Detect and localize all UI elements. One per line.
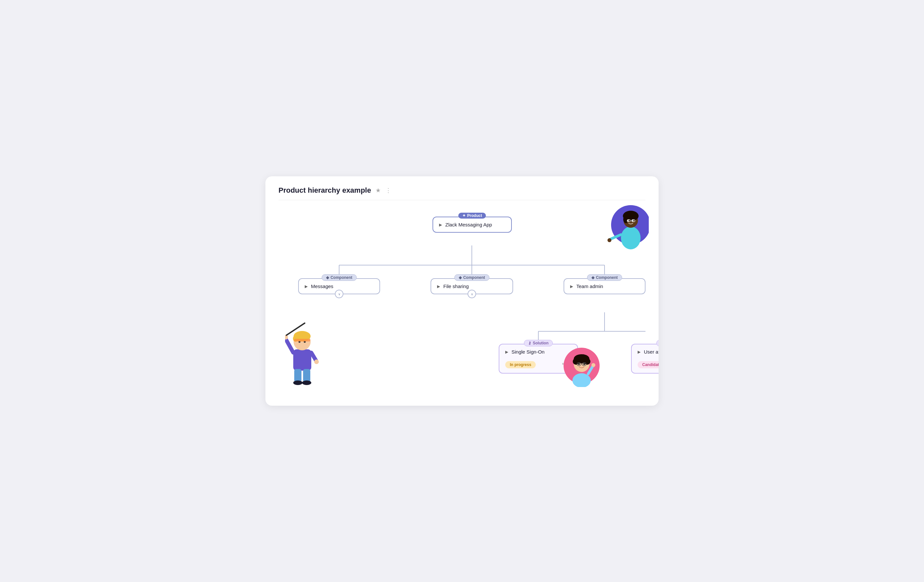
node-component-teamadmin[interactable]: ◆ Component ▶ Team admin: [564, 278, 645, 294]
svg-point-17: [633, 220, 634, 221]
svg-point-16: [629, 220, 629, 221]
sso-label: Single Sign-On: [512, 349, 544, 354]
product-badge: ✦ Product: [459, 213, 486, 219]
svg-rect-25: [303, 369, 310, 382]
svg-point-10: [621, 226, 640, 249]
product-label: Zlack Messaging App: [445, 222, 492, 228]
product-content: ▶ Zlack Messaging App: [433, 217, 511, 232]
avatar-footer: Candidate: [632, 359, 658, 373]
node-component-messages[interactable]: ◆ Component ▶ Messages ∨: [298, 278, 380, 294]
svg-point-22: [607, 238, 611, 242]
teamadmin-arrow: ▶: [570, 284, 573, 289]
svg-point-46: [583, 363, 585, 365]
sso-badge-label: Solution: [533, 341, 548, 345]
teamadmin-label: Team admin: [576, 284, 603, 289]
node-product[interactable]: ✦ Product ▶ Zlack Messaging App: [432, 217, 512, 232]
page-title: Product hierarchy example: [279, 186, 371, 195]
filesharing-badge-label: Component: [463, 275, 485, 280]
svg-point-27: [302, 381, 311, 385]
svg-rect-23: [293, 350, 311, 371]
messages-badge: ◆ Component: [322, 274, 357, 281]
messages-badge-label: Component: [331, 275, 353, 280]
illustration-bottom-right: [564, 345, 600, 387]
filesharing-label: File sharing: [443, 284, 469, 289]
sso-badge-icon: ⚷: [528, 341, 531, 345]
filesharing-chevron[interactable]: ∨: [468, 290, 476, 298]
teamadmin-badge-label: Component: [596, 275, 618, 280]
node-component-filesharing[interactable]: ◆ Component ▶ File sharing ∨: [431, 278, 513, 294]
svg-point-38: [314, 359, 319, 364]
messages-arrow: ▶: [305, 284, 308, 289]
menu-icon[interactable]: ⋮: [385, 187, 391, 194]
svg-point-51: [591, 363, 596, 367]
star-icon[interactable]: ★: [376, 187, 381, 194]
header: Product hierarchy example ★ ⋮: [279, 186, 645, 200]
svg-line-34: [285, 338, 293, 353]
messages-label: Messages: [311, 284, 333, 289]
product-badge-icon: ✦: [462, 213, 465, 218]
messages-badge-icon: ◆: [326, 275, 329, 280]
product-badge-label: Product: [467, 213, 482, 218]
sso-badge: ⚷ Solution: [524, 340, 553, 346]
illustration-top-right: [603, 203, 649, 253]
svg-rect-33: [294, 339, 310, 341]
avatar-arrow: ▶: [638, 350, 640, 354]
sso-status: In progress: [505, 361, 536, 368]
svg-line-37: [311, 353, 316, 361]
messages-chevron[interactable]: ∨: [335, 290, 343, 298]
teamadmin-badge-icon: ◆: [591, 275, 594, 280]
teamadmin-content: ▶ Team admin: [564, 279, 645, 293]
filesharing-arrow: ▶: [437, 284, 440, 289]
avatar-content: ▶ User avatar: [632, 345, 658, 359]
diagram-area: ✦ Product ▶ Zlack Messaging App ◆ Compon…: [279, 207, 645, 390]
main-card: Product hierarchy example ★ ⋮: [266, 176, 658, 406]
sso-arrow: ▶: [505, 350, 508, 354]
svg-point-40: [573, 373, 591, 387]
product-arrow: ▶: [439, 223, 442, 227]
node-solution-avatar[interactable]: ⚷ Solution ▶ User avatar Candidate: [631, 344, 658, 374]
filesharing-badge: ◆ Component: [454, 274, 490, 281]
svg-rect-24: [294, 369, 302, 382]
svg-point-45: [578, 363, 580, 365]
filesharing-badge-icon: ◆: [459, 275, 462, 280]
teamadmin-badge: ◆ Component: [587, 274, 622, 281]
svg-point-26: [293, 381, 302, 385]
avatar-status: Candidate: [638, 361, 658, 368]
illustration-bottom-left: [285, 318, 321, 387]
avatar-label: User avatar: [644, 349, 658, 354]
